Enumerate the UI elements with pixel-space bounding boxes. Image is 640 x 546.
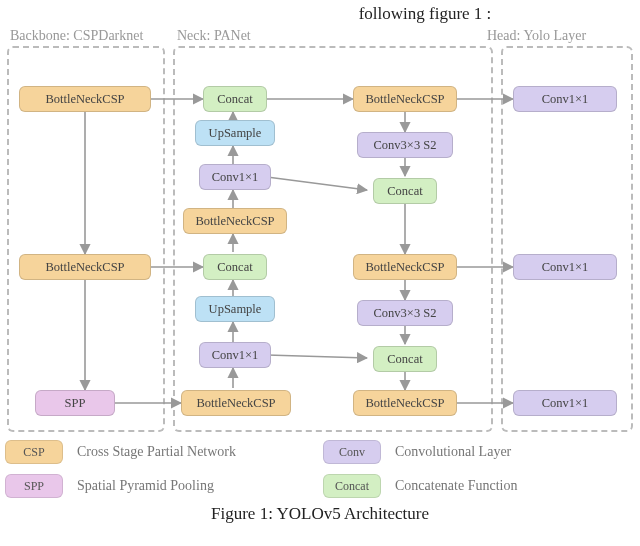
neck-concat-4: Concat xyxy=(373,346,437,372)
neck-csp-1: BottleNeckCSP xyxy=(183,208,287,234)
neck-upsample-1: UpSample xyxy=(195,120,275,146)
legend-spp-swatch: SPP xyxy=(5,474,63,498)
neck-concat-3: Concat xyxy=(373,178,437,204)
architecture-diagram: BottleNeckCSP BottleNeckCSP SPP Concat U… xyxy=(5,46,635,434)
neck-conv-1: Conv1×1 xyxy=(199,164,271,190)
head-conv-3: Conv1×1 xyxy=(513,390,617,416)
legend-concat-swatch: Concat xyxy=(323,474,381,498)
figure-caption: Figure 1: YOLOv5 Architecture xyxy=(4,504,636,524)
backbone-csp-2: BottleNeckCSP xyxy=(19,254,151,280)
legend-concat-desc: Concatenate Function xyxy=(395,478,517,494)
neck-label: Neck: PANet xyxy=(173,28,483,44)
legend: CSP Cross Stage Partial Network Conv Con… xyxy=(5,440,635,498)
legend-spp-desc: Spatial Pyramid Pooling xyxy=(77,478,214,494)
neck-csp-5: BottleNeckCSP xyxy=(353,390,457,416)
legend-conv: Conv Convolutional Layer xyxy=(323,440,623,464)
backbone-label: Backbone: CSPDarknet xyxy=(8,28,173,44)
intro-text: following figure 1 : xyxy=(4,4,636,24)
legend-conv-swatch: Conv xyxy=(323,440,381,464)
head-label: Head: Yolo Layer xyxy=(483,28,632,44)
neck-csp-4: BottleNeckCSP xyxy=(353,254,457,280)
legend-csp: CSP Cross Stage Partial Network xyxy=(5,440,305,464)
head-conv-2: Conv1×1 xyxy=(513,254,617,280)
backbone-spp: SPP xyxy=(35,390,115,416)
head-conv-1: Conv1×1 xyxy=(513,86,617,112)
neck-csp-2: BottleNeckCSP xyxy=(181,390,291,416)
section-labels: Backbone: CSPDarknet Neck: PANet Head: Y… xyxy=(4,28,636,46)
neck-conv-2: Conv1×1 xyxy=(199,342,271,368)
backbone-csp-1: BottleNeckCSP xyxy=(19,86,151,112)
legend-concat: Concat Concatenate Function xyxy=(323,474,623,498)
neck-concat-2: Concat xyxy=(203,254,267,280)
legend-spp: SPP Spatial Pyramid Pooling xyxy=(5,474,305,498)
neck-csp-3: BottleNeckCSP xyxy=(353,86,457,112)
legend-conv-desc: Convolutional Layer xyxy=(395,444,511,460)
neck-upsample-2: UpSample xyxy=(195,296,275,322)
neck-conv-4: Conv3×3 S2 xyxy=(357,300,453,326)
legend-csp-desc: Cross Stage Partial Network xyxy=(77,444,236,460)
neck-concat-1: Concat xyxy=(203,86,267,112)
legend-csp-swatch: CSP xyxy=(5,440,63,464)
neck-conv-3: Conv3×3 S2 xyxy=(357,132,453,158)
